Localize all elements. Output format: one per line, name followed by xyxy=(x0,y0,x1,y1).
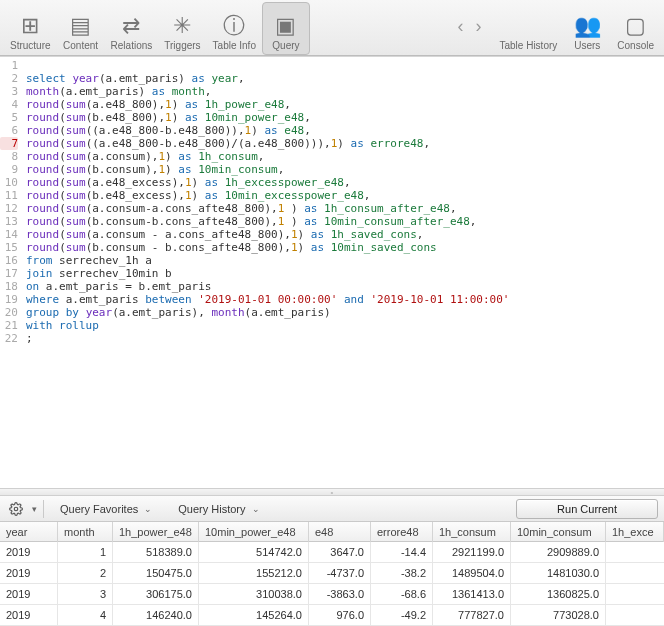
query-icon: ▣ xyxy=(270,12,302,40)
content-label: Content xyxy=(63,40,98,51)
toolbar-triggers[interactable]: ✳Triggers xyxy=(158,2,206,55)
gear-icon[interactable] xyxy=(6,500,26,518)
content-icon: ▤ xyxy=(65,12,97,40)
triggers-icon: ✳ xyxy=(166,12,198,40)
users-label: Users xyxy=(574,40,600,51)
cell[interactable]: 145264.0 xyxy=(199,605,309,625)
table-history-label: Table History xyxy=(499,40,557,51)
query-editor[interactable]: 12345678910111213141516171819202122 sele… xyxy=(0,56,664,488)
cell[interactable]: 1361413.0 xyxy=(433,584,511,604)
cell[interactable]: 1481030.0 xyxy=(511,563,606,583)
svg-point-0 xyxy=(14,507,18,511)
col-e48[interactable]: e48 xyxy=(309,522,371,542)
col-10min_consum[interactable]: 10min_consum xyxy=(511,522,606,542)
structure-icon: ⊞ xyxy=(14,12,46,40)
cell[interactable]: 1489504.0 xyxy=(433,563,511,583)
cell[interactable]: -4737.0 xyxy=(309,563,371,583)
col-1h_power_e48[interactable]: 1h_power_e48 xyxy=(113,522,199,542)
cell[interactable]: 310038.0 xyxy=(199,584,309,604)
col-year[interactable]: year xyxy=(0,522,58,542)
cell[interactable]: 155212.0 xyxy=(199,563,309,583)
cell[interactable]: 4 xyxy=(58,605,113,625)
chevron-down-icon[interactable]: ▾ xyxy=(32,504,37,514)
query-label: Query xyxy=(272,40,299,51)
code-area[interactable]: select year(a.emt_paris) as year,month(a… xyxy=(22,57,664,488)
toolbar-table-history[interactable]: Table History xyxy=(493,2,563,55)
table-info-icon: ⓘ xyxy=(218,12,250,40)
query-favorites-label: Query Favorites xyxy=(60,503,138,515)
cell[interactable]: 3647.0 xyxy=(309,542,371,562)
cell[interactable]: 518389.0 xyxy=(113,542,199,562)
col-10min_power_e48[interactable]: 10min_power_e48 xyxy=(199,522,309,542)
toolbar-query[interactable]: ▣Query xyxy=(262,2,310,55)
results-header: yearmonth1h_power_e4810min_power_e48e48e… xyxy=(0,522,664,542)
cell[interactable]: 306175.0 xyxy=(113,584,199,604)
toolbar-console[interactable]: ▢Console xyxy=(611,2,660,55)
cell[interactable]: 2 xyxy=(58,563,113,583)
nav-forward-icon[interactable]: › xyxy=(469,16,487,37)
toolbar-relations[interactable]: ⇄Relations xyxy=(105,2,159,55)
cell[interactable]: 2921199.0 xyxy=(433,542,511,562)
cell[interactable]: -3863.0 xyxy=(309,584,371,604)
toolbar-users[interactable]: 👥Users xyxy=(563,2,611,55)
cell[interactable]: 2909889.0 xyxy=(511,542,606,562)
cell[interactable]: 773028.0 xyxy=(511,605,606,625)
cell[interactable]: -14.4 xyxy=(371,542,433,562)
cell[interactable]: 1 xyxy=(58,542,113,562)
line-gutter: 12345678910111213141516171819202122 xyxy=(0,57,22,488)
nav-arrows: ‹ › xyxy=(445,2,493,55)
cell[interactable]: 2019 xyxy=(0,563,58,583)
console-label: Console xyxy=(617,40,654,51)
cell[interactable]: -49.2 xyxy=(371,605,433,625)
col-1h_consum[interactable]: 1h_consum xyxy=(433,522,511,542)
pane-divider[interactable]: • xyxy=(0,488,664,496)
cell[interactable]: 777827.0 xyxy=(433,605,511,625)
query-history-dropdown[interactable]: Query History ⌄ xyxy=(168,503,269,515)
query-history-label: Query History xyxy=(178,503,245,515)
console-icon: ▢ xyxy=(620,12,652,40)
triggers-label: Triggers xyxy=(164,40,200,51)
nav-back-icon[interactable]: ‹ xyxy=(451,16,469,37)
toolbar-structure[interactable]: ⊞Structure xyxy=(4,2,57,55)
actions-bar: ▾ Query Favorites ⌄ Query History ⌄ Run … xyxy=(0,496,664,522)
cell[interactable]: 146240.0 xyxy=(113,605,199,625)
table-history-icon xyxy=(512,12,544,40)
chevron-down-icon: ⌄ xyxy=(144,504,152,514)
toolbar: ⊞Structure▤Content⇄Relations✳TriggersⓘTa… xyxy=(0,0,664,56)
cell[interactable]: 2019 xyxy=(0,584,58,604)
relations-label: Relations xyxy=(111,40,153,51)
results-grid: yearmonth1h_power_e4810min_power_e48e48e… xyxy=(0,522,664,626)
run-current-button[interactable]: Run Current xyxy=(516,499,658,519)
table-row[interactable]: 20192150475.0155212.0-4737.0-38.21489504… xyxy=(0,563,664,584)
structure-label: Structure xyxy=(10,40,51,51)
toolbar-table-info[interactable]: ⓘTable Info xyxy=(207,2,262,55)
col-1h_exce[interactable]: 1h_exce xyxy=(606,522,664,542)
table-row[interactable]: 20193306175.0310038.0-3863.0-68.61361413… xyxy=(0,584,664,605)
table-info-label: Table Info xyxy=(213,40,256,51)
relations-icon: ⇄ xyxy=(115,12,147,40)
table-row[interactable]: 20194146240.0145264.0976.0-49.2777827.07… xyxy=(0,605,664,626)
cell[interactable]: 514742.0 xyxy=(199,542,309,562)
users-icon: 👥 xyxy=(571,12,603,40)
col-month[interactable]: month xyxy=(58,522,113,542)
cell[interactable]: 2019 xyxy=(0,605,58,625)
toolbar-content[interactable]: ▤Content xyxy=(57,2,105,55)
table-row[interactable]: 20191518389.0514742.03647.0-14.42921199.… xyxy=(0,542,664,563)
cell[interactable]: 3 xyxy=(58,584,113,604)
cell[interactable]: 2019 xyxy=(0,542,58,562)
col-errore48[interactable]: errore48 xyxy=(371,522,433,542)
query-favorites-dropdown[interactable]: Query Favorites ⌄ xyxy=(50,503,162,515)
cell[interactable]: -68.6 xyxy=(371,584,433,604)
cell[interactable]: 1360825.0 xyxy=(511,584,606,604)
cell[interactable]: 976.0 xyxy=(309,605,371,625)
cell[interactable]: -38.2 xyxy=(371,563,433,583)
cell[interactable]: 150475.0 xyxy=(113,563,199,583)
chevron-down-icon: ⌄ xyxy=(252,504,260,514)
